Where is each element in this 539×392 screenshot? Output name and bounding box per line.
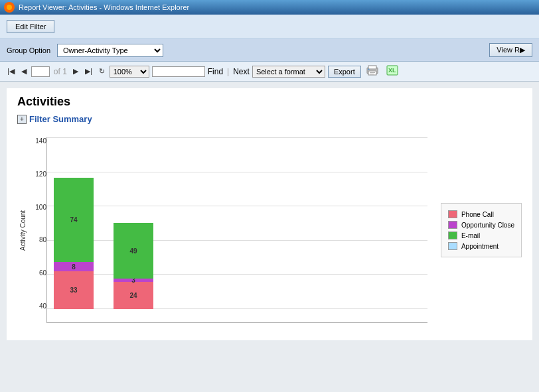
title-bar: Report Viewer: Activities - Windows Inte… <box>0 0 539 15</box>
page-number-input[interactable]: 1 <box>31 66 50 77</box>
refresh-button[interactable]: ↻ <box>97 66 107 76</box>
filter-summary-section: + Filter Summary <box>17 114 522 124</box>
chart-plot: 3387424349 <box>46 137 427 323</box>
chart-with-yaxis: Activity Count 406080100120140 <box>17 137 427 323</box>
group-option-label: Group Option <box>7 46 50 54</box>
bars-area: 3387424349 <box>54 137 421 309</box>
group-option-bar: Group Option Owner-Activity Type View R▶ <box>0 39 539 62</box>
stacked-bar: 24349 <box>114 223 153 309</box>
edit-filter-button[interactable]: Edit Filter <box>7 20 54 33</box>
report-title: Activities <box>17 95 522 109</box>
report-content: Activities + Filter Summary Activity Cou… <box>7 88 532 340</box>
main-window: Edit Filter Group Option Owner-Activity … <box>0 15 539 392</box>
prev-page-button[interactable]: ◀ <box>19 66 29 76</box>
legend-label: Opportunity Close <box>461 222 514 229</box>
title-bar-text: Report Viewer: Activities - Windows Inte… <box>19 3 189 11</box>
legend-color-swatch <box>448 231 457 239</box>
svg-rect-6 <box>370 74 374 74</box>
find-label: Find <box>208 67 223 76</box>
bar-group: 33874 <box>54 178 94 309</box>
bar-segment: 24 <box>114 282 153 309</box>
last-page-button[interactable]: ▶| <box>83 66 94 76</box>
legend-item: Phone Call <box>448 210 514 218</box>
svg-point-1 <box>7 5 12 10</box>
bar-segment: 3 <box>114 279 153 282</box>
legend-color-swatch <box>448 221 457 229</box>
legend-label: E-mail <box>461 232 480 239</box>
page-total-label: of 1 <box>54 67 67 76</box>
svg-rect-5 <box>370 72 375 73</box>
y-tick: 120 <box>28 170 46 178</box>
legend-item: E-mail <box>448 231 514 239</box>
legend-color-swatch <box>448 242 457 250</box>
y-tick: 60 <box>28 269 46 277</box>
legend-item: Appointment <box>448 242 514 250</box>
next-label: Next <box>233 67 250 76</box>
svg-point-7 <box>368 69 369 70</box>
y-tick: 80 <box>28 236 46 243</box>
export-button[interactable]: Export <box>328 66 361 78</box>
bar-segment: 33 <box>54 271 94 309</box>
button-bar: Edit Filter <box>0 15 539 39</box>
app-logo-icon <box>4 2 15 13</box>
excel-icon-button[interactable]: XL <box>384 64 401 79</box>
bar-segment: 74 <box>54 178 94 262</box>
bar-group: 24349 <box>114 223 153 309</box>
svg-text:XL: XL <box>388 67 396 74</box>
stacked-bar: 33874 <box>54 178 94 309</box>
next-page-button[interactable]: ▶ <box>71 66 80 76</box>
y-tick: 140 <box>28 137 46 145</box>
group-option-select[interactable]: Owner-Activity Type <box>57 44 163 57</box>
format-select[interactable]: Select a format <box>252 66 325 78</box>
report-area: Activities + Filter Summary Activity Cou… <box>0 82 539 392</box>
svg-rect-3 <box>368 66 376 69</box>
y-tick: 40 <box>28 302 46 310</box>
bar-segment: 49 <box>114 223 153 279</box>
print-icon-button[interactable] <box>364 64 381 79</box>
first-page-button[interactable]: |◀ <box>5 66 17 76</box>
filter-toggle-button[interactable]: + <box>17 115 27 124</box>
legend-label: Phone Call <box>461 211 494 218</box>
find-input[interactable] <box>152 66 205 77</box>
chart-legend: Phone CallOpportunity CloseE-mailAppoint… <box>441 203 522 257</box>
zoom-select[interactable]: 100% <box>110 66 149 78</box>
bar-segment: 8 <box>54 262 94 271</box>
legend-item: Opportunity Close <box>448 221 514 229</box>
y-axis-ticks: 406080100120140 <box>28 137 46 323</box>
view-report-button[interactable]: View R▶ <box>489 43 532 57</box>
legend-label: Appointment <box>461 243 499 250</box>
report-toolbar: |◀ ◀ 1 of 1 ▶ ▶| ↻ 100% Find | Next Sele… <box>0 62 539 82</box>
legend-color-swatch <box>448 210 457 218</box>
filter-summary-label: Filter Summary <box>29 114 92 124</box>
chart-container: Activity Count 406080100120140 <box>17 131 522 330</box>
y-tick: 100 <box>28 204 46 211</box>
y-axis-label: Activity Count <box>17 137 28 323</box>
